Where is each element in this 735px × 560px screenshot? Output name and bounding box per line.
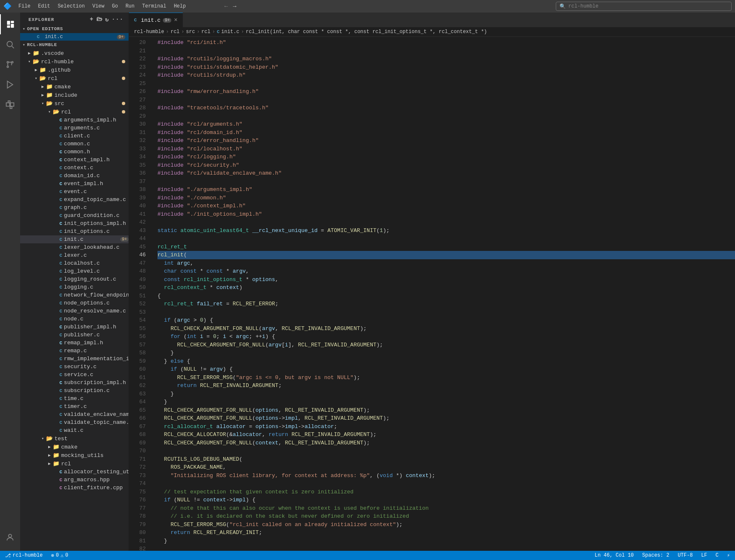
tree-item-lexer-lookahead-c[interactable]: C lexer_lookahead.c: [20, 243, 129, 251]
status-branch[interactable]: ⎇ rcl-humble: [3, 552, 44, 559]
tree-item-validate-topic-c[interactable]: C validate_topic_name.c: [20, 418, 129, 426]
status-spaces[interactable]: Spaces: 2: [640, 552, 671, 559]
tree-item-src[interactable]: ▾ 📂 src: [20, 99, 129, 108]
tree-item-timer-c[interactable]: C timer.c: [20, 403, 129, 410]
tree-item-common-h[interactable]: C common.h: [20, 148, 129, 156]
tree-item-arguments-c[interactable]: C arguments.c: [20, 124, 129, 132]
tree-item-test-cmake[interactable]: ▶ 📁 cmake: [20, 443, 129, 451]
breadcrumb-rcl2[interactable]: rcl: [201, 29, 211, 35]
tree-item-mocking-utils[interactable]: ▶ 📁 mocking_utils: [20, 451, 129, 459]
activity-source-control[interactable]: [0, 54, 20, 75]
nav-forward-icon[interactable]: →: [231, 3, 238, 10]
tree-item-localhost-c[interactable]: C localhost.c: [20, 259, 129, 267]
tree-item-rcl-2[interactable]: ▾ 📂 rcl: [20, 74, 129, 83]
tree-item-subscription-impl-h[interactable]: C subscription_impl.h: [20, 379, 129, 387]
tree-item-time-c[interactable]: C time.c: [20, 395, 129, 403]
status-language[interactable]: C: [714, 552, 720, 559]
tree-item-context-c[interactable]: C context.c: [20, 164, 129, 172]
sidebar-more-icon[interactable]: ···: [111, 16, 124, 23]
activity-explorer[interactable]: [0, 14, 20, 34]
tab-init-c[interactable]: C init.c 9+ ×: [129, 13, 183, 27]
menu-selection[interactable]: Selection: [54, 3, 88, 10]
tree-item-publisher-c[interactable]: C publisher.c: [20, 331, 129, 339]
tree-item-guard-cond-c[interactable]: C guard_condition.c: [20, 212, 129, 219]
tree-item-logging-c[interactable]: C logging.c: [20, 283, 129, 291]
breadcrumb-rcl-humble[interactable]: rcl-humble: [134, 29, 164, 35]
status-feedback[interactable]: ⚡: [725, 552, 732, 559]
sidebar-refresh-icon[interactable]: ↻: [105, 16, 109, 23]
menu-run[interactable]: Run: [122, 3, 138, 10]
tree-item-client-c[interactable]: C client.c: [20, 132, 129, 140]
tree-item-test-rcl[interactable]: ▶ 📁 rcl: [20, 459, 129, 468]
tree-item-common-c[interactable]: C common.c: [20, 140, 129, 148]
tree-item-arg-macros-hpp[interactable]: C arg_macros.hpp: [20, 476, 129, 484]
tree-item-node-resolve-c[interactable]: C node_resolve_name.c: [20, 307, 129, 315]
tree-item-log-level-c[interactable]: C log_level.c: [20, 267, 129, 275]
tree-item-node-c[interactable]: C node.c: [20, 315, 129, 323]
tree-item-node-options-c[interactable]: C node_options.c: [20, 299, 129, 307]
status-encoding[interactable]: UTF-8: [676, 552, 694, 559]
tree-item-client-fixture-cpp[interactable]: C client_fixture.cpp: [20, 484, 129, 492]
tree-item-github[interactable]: ▶ 📁 .github: [20, 66, 129, 74]
activity-run[interactable]: [0, 75, 20, 95]
tree-item-subscription-c[interactable]: C subscription.c: [20, 387, 129, 395]
open-editors-label: OPEN EDITORS: [27, 26, 63, 31]
tree-item-event-impl-h[interactable]: C event_impl.h: [20, 180, 129, 188]
tree-item-rcl-4[interactable]: ▾ 📂 rcl: [20, 108, 129, 116]
activity-search[interactable]: [0, 34, 20, 54]
nav-back-icon[interactable]: ←: [223, 3, 230, 10]
sidebar-new-folder-icon[interactable]: 🗁: [96, 16, 103, 23]
menu-help[interactable]: Help: [170, 3, 189, 10]
breadcrumb-file[interactable]: init.c: [221, 29, 239, 35]
rcl-humble-header[interactable]: ▾ RCL-HUMBLE: [20, 41, 129, 49]
breadcrumb-sep-4: ›: [212, 29, 215, 35]
status-position[interactable]: Ln 46, Col 10: [593, 552, 636, 559]
tree-item-allocator-h[interactable]: C allocator_testing_utils.h: [20, 468, 129, 476]
tree-item-cmake[interactable]: ▶ 📁 cmake: [20, 83, 129, 91]
tree-item-rmw-impl-c[interactable]: C rmw_implementation_identifier_check.c: [20, 355, 129, 363]
tree-item-logging-rosout-c[interactable]: C logging_rosout.c: [20, 275, 129, 283]
menu-go[interactable]: Go: [108, 3, 121, 10]
titlebar-search[interactable]: 🔍 rcl-humble: [556, 2, 732, 11]
file-label-time-c: time.c: [64, 395, 84, 402]
tree-item-network-c[interactable]: C network_flow_endpoints.c: [20, 291, 129, 299]
menu-file[interactable]: File: [15, 3, 34, 10]
status-line-ending[interactable]: LF: [699, 552, 709, 559]
tree-item-test[interactable]: ▾ 📂 test: [20, 434, 129, 443]
activity-account[interactable]: [0, 527, 20, 547]
tree-item-security-c[interactable]: C security.c: [20, 363, 129, 371]
tree-item-context-impl-h[interactable]: C context_impl.h: [20, 156, 129, 164]
status-errors[interactable]: ⊗ 0 ⚠ 0: [49, 552, 70, 559]
tree-item-vscode[interactable]: ▶ 📁 .vscode: [20, 49, 129, 57]
tree-item-publisher-impl-h[interactable]: C publisher_impl.h: [20, 323, 129, 331]
tree-item-lexer-c[interactable]: C lexer.c: [20, 251, 129, 259]
tree-item-init-c[interactable]: C init.c 9+: [20, 235, 129, 243]
open-editor-init-c[interactable]: C init.c 9+: [20, 33, 129, 41]
tree-item-graph-c[interactable]: C graph.c: [20, 204, 129, 212]
menu-terminal[interactable]: Terminal: [139, 3, 170, 10]
tree-item-expand-topic-c[interactable]: C expand_topic_name.c: [20, 196, 129, 204]
breadcrumb-rcl[interactable]: rcl: [170, 29, 180, 35]
tree-item-init-options-impl-h[interactable]: C init_options_impl.h: [20, 219, 129, 227]
sidebar-new-file-icon[interactable]: +: [90, 16, 94, 23]
tree-item-rcl-humble[interactable]: ▾ 📂 rcl-humble: [20, 57, 129, 66]
tree-item-remap-c[interactable]: C remap.c: [20, 347, 129, 355]
tree-item-include[interactable]: ▶ 📁 include: [20, 91, 129, 99]
tree-item-service-c[interactable]: C service.c: [20, 371, 129, 379]
file-label-event-impl-h: event_impl.h: [64, 181, 103, 187]
activity-extensions[interactable]: [0, 95, 20, 115]
breadcrumb-src[interactable]: src: [186, 29, 195, 35]
tree-item-arguments-impl-h[interactable]: C arguments_impl.h: [20, 116, 129, 124]
tree-item-init-options-c[interactable]: C init_options.c: [20, 227, 129, 235]
tab-close-icon[interactable]: ×: [174, 17, 177, 23]
tree-item-wait-c[interactable]: C wait.c: [20, 426, 129, 434]
open-editors-header[interactable]: ▾ OPEN EDITORS: [20, 25, 129, 33]
tree-item-event-c[interactable]: C event.c: [20, 188, 129, 196]
tree-item-validate-enclave-c[interactable]: C validate_enclave_name.c: [20, 410, 129, 418]
code-content[interactable]: #include "rci/init.h" #include "rcutils/…: [151, 37, 735, 551]
menu-view[interactable]: View: [89, 3, 108, 10]
tree-item-domain-id-c[interactable]: C domain_id.c: [20, 172, 129, 180]
tree-item-remap-impl-h[interactable]: C remap_impl.h: [20, 339, 129, 347]
breadcrumb-function[interactable]: rcl_init(int, char const * const *, cons…: [246, 29, 487, 35]
menu-edit[interactable]: Edit: [35, 3, 54, 10]
